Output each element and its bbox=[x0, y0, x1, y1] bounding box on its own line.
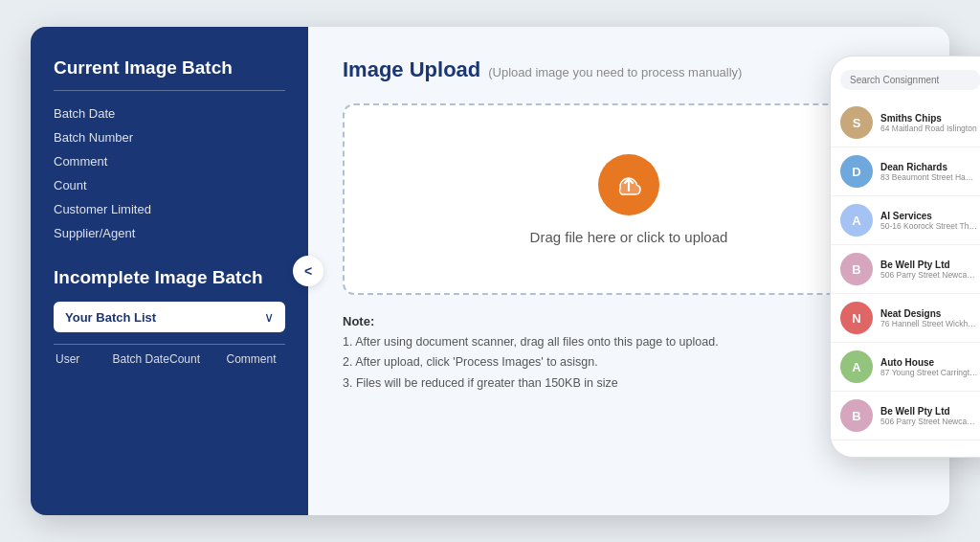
mobile-item-address: 87 Young Street Carrington bbox=[880, 368, 978, 377]
batch-list-dropdown[interactable]: Your Batch List ∨ bbox=[54, 302, 285, 332]
mobile-consignment-list: SSmiths Chips64 Maitland Road Islington+… bbox=[831, 99, 980, 451]
mobile-list-item[interactable]: DDean Richards83 Beaumont Street Hamilto… bbox=[831, 147, 980, 196]
mobile-overlay: SSmiths Chips64 Maitland Road Islington+… bbox=[830, 56, 980, 458]
mobile-list-item[interactable]: AAI Services50-16 Koorock Street The Jun… bbox=[831, 196, 980, 245]
mobile-item-address: 50-16 Koorock Street The Junction bbox=[880, 221, 978, 231]
mobile-list-item[interactable]: BBe Well Pty Ltd506 Parry Street Newcast… bbox=[831, 245, 980, 294]
mobile-item-info: Auto House87 Young Street Carrington bbox=[880, 357, 978, 377]
current-batch-title: Current Image Batch bbox=[54, 57, 285, 79]
upload-cloud-icon bbox=[613, 169, 644, 200]
sidebar-collapse-button[interactable]: < bbox=[293, 256, 323, 286]
mobile-item-name: Be Well Pty Ltd bbox=[880, 260, 978, 270]
sidebar-field: Batch Number bbox=[54, 130, 285, 145]
upload-zone-text: Drag file here or click to upload bbox=[530, 229, 728, 245]
sidebar-fields: Batch DateBatch NumberCommentCountCustom… bbox=[54, 106, 285, 240]
chevron-down-icon: ∨ bbox=[264, 309, 274, 325]
sidebar-field: Count bbox=[54, 178, 285, 192]
upload-subtitle: (Upload image you need to process manual… bbox=[488, 65, 742, 79]
sidebar-field: Customer Limited bbox=[54, 202, 285, 216]
sidebar-field: Comment bbox=[54, 154, 285, 169]
mobile-item-address: 506 Parry Street Newcastle West bbox=[880, 270, 978, 280]
mobile-search-input[interactable] bbox=[840, 70, 980, 90]
mobile-item-name: Smiths Chips bbox=[880, 113, 978, 124]
mobile-item-info: Dean Richards83 Beaumont Street Hamilton bbox=[880, 162, 978, 182]
batch-col-header: Batch Date bbox=[113, 352, 170, 366]
batch-col-header: Comment bbox=[227, 352, 284, 366]
avatar: A bbox=[840, 204, 873, 237]
incomplete-batch-title: Incomplete Image Batch bbox=[54, 267, 285, 288]
avatar: D bbox=[840, 155, 873, 188]
mobile-item-address: 506 Parry Street Newcastle West bbox=[880, 417, 978, 426]
mobile-item-address: 64 Maitland Road Islington bbox=[880, 124, 978, 133]
mobile-item-info: Smiths Chips64 Maitland Road Islington bbox=[880, 113, 978, 133]
mobile-item-name: AI Services bbox=[880, 211, 978, 221]
upload-icon-circle bbox=[598, 154, 659, 215]
mobile-item-info: Be Well Pty Ltd506 Parry Street Newcastl… bbox=[880, 260, 978, 280]
avatar: B bbox=[840, 399, 873, 432]
mobile-item-address: 83 Beaumont Street Hamilton bbox=[880, 172, 978, 182]
incomplete-batch-section: Incomplete Image Batch Your Batch List ∨… bbox=[54, 267, 285, 366]
app-container: Current Image Batch Batch DateBatch Numb… bbox=[31, 27, 949, 515]
avatar: A bbox=[840, 350, 873, 383]
mobile-item-name: Auto House bbox=[880, 357, 978, 368]
mobile-item-address: 76 Hannell Street Wickham bbox=[880, 319, 978, 328]
batch-table-header: UserBatch DateCountComment bbox=[54, 344, 285, 366]
mobile-item-info: Be Well Pty Ltd506 Parry Street Newcastl… bbox=[880, 406, 978, 426]
avatar: S bbox=[840, 106, 873, 139]
mobile-list-item[interactable]: BBe Well Pty Ltd506 Parry Street Newcast… bbox=[831, 392, 980, 440]
main-content: Image Upload (Upload image you need to p… bbox=[308, 27, 949, 515]
mobile-item-info: AI Services50-16 Koorock Street The Junc… bbox=[880, 211, 978, 231]
mobile-item-name: Be Well Pty Ltd bbox=[880, 406, 978, 417]
mobile-item-name: Neat Designs bbox=[880, 308, 978, 319]
sidebar-field: Supplier/Agent bbox=[54, 226, 285, 240]
batch-list-label: Your Batch List bbox=[65, 310, 156, 325]
mobile-list-item[interactable]: AAuto House87 Young Street Carrington+ bbox=[831, 343, 980, 392]
batch-col-header: User bbox=[56, 352, 113, 366]
sidebar-field: Batch Date bbox=[54, 106, 285, 121]
batch-col-header: Count bbox=[169, 352, 227, 366]
avatar: N bbox=[840, 302, 873, 334]
avatar: B bbox=[840, 253, 873, 285]
upload-title: Image Upload bbox=[343, 57, 480, 82]
mobile-search-bar bbox=[831, 56, 980, 99]
mobile-item-name: Dean Richards bbox=[880, 162, 978, 172]
sidebar: Current Image Batch Batch DateBatch Numb… bbox=[31, 27, 308, 515]
mobile-list-item[interactable]: NNeat Designs76 Hannell Street Wickham+ bbox=[831, 294, 980, 343]
mobile-list-item[interactable]: SSmiths Chips64 Maitland Road Islington+ bbox=[831, 99, 980, 147]
divider-1 bbox=[54, 90, 285, 91]
mobile-item-info: Neat Designs76 Hannell Street Wickham bbox=[880, 308, 978, 328]
